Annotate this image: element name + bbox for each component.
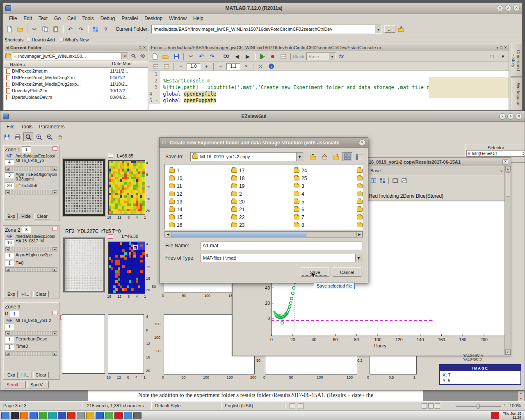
folder-item[interactable]: 17 [231,167,244,174]
zone2-clear-button[interactable]: Clear [33,291,49,297]
scroll-left-icon[interactable]: ◀ [5,268,10,272]
editor-dropdown2-icon[interactable]: ▾ [498,52,508,61]
multi-page-view-icon[interactable] [428,403,434,409]
menu-item[interactable]: Go [51,14,64,23]
details-view-button[interactable] [354,152,364,161]
folder-item[interactable]: 4 [294,190,307,198]
folder-item[interactable]: 23 [231,221,244,229]
scroll-left-icon[interactable]: ◀ [5,167,10,171]
folder-item[interactable]: 20 [231,198,244,205]
scroll-right-icon[interactable]: ▶ [52,247,57,251]
current-folder-panel-title[interactable]: ◀ Current Folder □ ✕ [4,44,148,51]
zoom-slider-handle[interactable] [477,404,479,409]
image-window-title[interactable]: IMAGE [440,365,520,371]
taskbar-app-icon[interactable] [39,412,47,419]
scroll-right-icon[interactable]: ▶ [52,331,57,335]
taskbar-app-icon[interactable] [20,412,28,419]
menu-item[interactable]: Tools [18,123,35,131]
minimize-button[interactable]: ∨ [497,5,503,11]
zone3-plot-right[interactable] [108,314,144,374]
editor-open-button[interactable] [161,52,171,61]
resize-diag-icon[interactable]: ↘ [500,168,504,173]
ezview-titlebar[interactable]: EZviewGui ∨ ∧ ✕ [0,111,525,122]
copy-button[interactable] [40,25,50,34]
zone3-exp-button[interactable]: Exp [5,372,18,378]
dropdown-icon[interactable]: ▼ [355,254,362,262]
folder-item[interactable]: 6 [294,205,307,213]
code-area[interactable]: 1 2 %EstartConsole.m 3 %[file,path] = ui… [149,71,509,111]
new-file-button[interactable] [5,25,14,34]
page-indicator[interactable]: Page 3 of 3 [3,403,26,408]
save-icon[interactable] [2,132,12,142]
scroll-right-icon[interactable]: ▶ [52,352,57,356]
folder-item[interactable]: 19 [231,182,244,190]
zoom-select-icon[interactable] [23,132,33,142]
info-icon[interactable]: i [266,63,276,70]
up-one-level-button[interactable] [308,152,318,161]
zone3-page-spinner[interactable]: 1 [10,311,19,317]
taskbar-app-icon[interactable] [114,412,123,419]
zone1-num-field[interactable]: 4 [5,159,14,165]
results-close-icon[interactable]: ✕ [502,159,508,165]
results-vscrollbar[interactable]: ▲ ▼ [504,166,511,355]
maximize-button[interactable]: ∧ [505,5,511,11]
writer-document-text[interactable]: Note the addition to the experiment fold… [88,390,423,401]
folder-item[interactable]: 24 [294,167,307,174]
scroll-down-icon[interactable]: ▼ [505,349,511,355]
save-in-combobox[interactable]: MI 16_0919_yor1-2 copy ▾ [190,152,303,161]
folder-item[interactable]: 14 [169,205,182,213]
editor-close-icon[interactable]: ✕ [504,46,507,50]
dropdown-icon[interactable]: ▾ [296,153,303,161]
colormap-l-icon[interactable]: L [108,234,113,239]
scroll-up-icon[interactable]: ▲ [520,392,523,395]
file-row[interactable]: DMPexcel2mat_MediaDrug2exp... 11/10/2... [4,81,148,87]
shortcut-item[interactable]: How to Add [27,37,55,42]
find-icon[interactable] [221,52,231,61]
insert-cell-icon[interactable] [151,63,161,70]
folder-item[interactable]: 13 [169,198,182,205]
taskbar-app-icon[interactable] [67,412,75,419]
taskbar-app-icon[interactable] [77,412,85,419]
shortcut-item[interactable]: What's New [60,37,89,42]
zone2-scrollbar[interactable]: ◀▶ [5,247,57,251]
folder-item[interactable]: 25 [294,174,307,182]
taskbar-app-icon[interactable] [11,412,19,419]
open-file-button[interactable] [15,25,25,34]
table-view-icon[interactable] [369,177,377,184]
help-button[interactable]: ? [101,25,111,34]
zone1-hide-button[interactable]: Hide [19,213,33,219]
taskbar-app-icon[interactable] [30,412,38,419]
multiplier-field[interactable]: 1.1 [226,63,240,70]
stack-combobox[interactable]: Base ▾ [306,52,336,60]
zone3-media-num[interactable]: 1 [5,337,14,343]
editor-save-button[interactable] [171,52,181,61]
folder-item[interactable]: 12 [169,190,182,198]
menu-item[interactable]: File [4,123,17,131]
dropdown-icon[interactable]: ▾ [121,53,128,59]
dock-left-icon[interactable]: ◀ [6,46,9,50]
editor-layout-icon[interactable]: □ [487,52,497,61]
menu-item[interactable]: Help [190,14,206,23]
scroll-right-icon[interactable]: ▶ [356,232,363,237]
zone3-num-field[interactable]: 1 [5,324,14,330]
print-icon[interactable] [13,132,23,142]
breakpoint-icon[interactable] [268,52,278,61]
taskbar-app-icon[interactable] [86,412,94,419]
current-folder-combobox[interactable]: /media/data/EASY/InovImager_jwrCF_WINLin… [151,25,382,34]
taskbar-app-icon[interactable] [1,412,9,419]
editor-redo-button[interactable]: ↷ [207,52,217,61]
plate-image-zone1[interactable] [62,158,106,217]
plot-view-icon[interactable] [400,177,408,184]
browse-folder-button[interactable]: ... [384,25,395,33]
compare-icon[interactable] [256,63,265,70]
scroll-left-icon[interactable]: ◀ [5,190,10,194]
side-tab[interactable]: Command History [511,44,522,77]
folder-item[interactable]: 2 [231,190,244,198]
zone3-clear-button[interactable]: Clear [33,372,49,378]
folder-list-hscrollbar[interactable]: ◀ ▶ [164,231,363,237]
scroll-down-icon[interactable]: ▼ [520,397,523,400]
menu-item[interactable]: Parameters [36,123,67,131]
menu-item[interactable]: Debug [98,14,118,23]
zoom-in-button[interactable]: + [503,403,505,407]
forward-icon[interactable]: ▶ [243,52,253,61]
